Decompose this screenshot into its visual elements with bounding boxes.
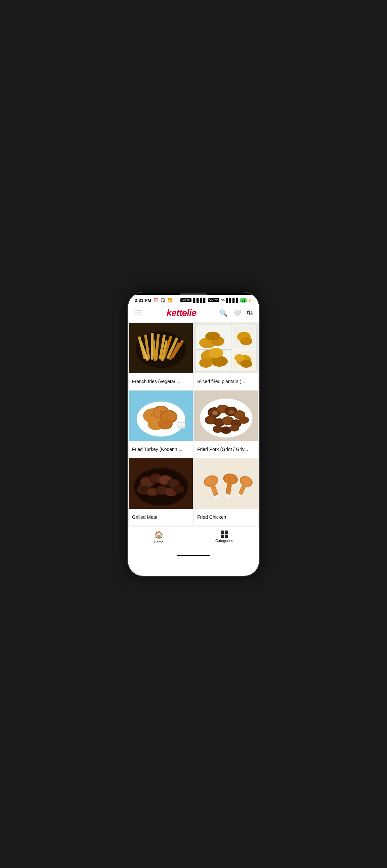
svg-point-45	[151, 414, 152, 416]
status-bar: 2:31 PM ⏰ 🎧 📶 VoLTE ▋▋▋▋ VoLTE 5G ▋▋▋▋ 5…	[128, 295, 259, 304]
svg-point-114	[212, 478, 213, 480]
categories-icon	[221, 530, 228, 538]
grid-cell-2	[225, 530, 228, 534]
french-fries-name: French fries (vegetari...	[132, 378, 190, 384]
volte-label: VoLTE	[180, 298, 191, 302]
5g-label: 5G	[221, 299, 225, 302]
svg-point-48	[162, 413, 163, 414]
product-card-pork[interactable]: Fried Pork (Griot / Griy...	[194, 391, 258, 458]
svg-point-115	[215, 480, 216, 482]
grid-cell-3	[221, 534, 224, 538]
svg-point-46	[154, 413, 155, 414]
svg-point-42	[158, 419, 173, 430]
battery-indicator: 52	[240, 298, 246, 303]
product-card-turkey[interactable]: Fried Turkey (Kodenn ...	[129, 391, 193, 458]
svg-point-117	[229, 477, 230, 479]
home-label: Home	[154, 540, 163, 544]
grid-cell-1	[221, 530, 224, 534]
app-header: kettelie 🔍 🤍 🛍	[128, 304, 259, 322]
grid-cell-4	[225, 534, 228, 538]
fried-plantain-image	[194, 323, 258, 373]
french-fries-info: French fries (vegetari...	[129, 374, 193, 390]
app-logo: kettelie	[167, 308, 197, 318]
svg-point-116	[211, 481, 212, 482]
svg-point-28	[240, 337, 252, 345]
menu-line-2	[135, 313, 142, 313]
chicken-legs-info: Fried Chicken	[194, 510, 258, 526]
fried-pork-name: Fried Pork (Griot / Griy...	[197, 446, 255, 452]
fried-turkey-image	[129, 391, 193, 441]
phone-frame: 2:31 PM ⏰ 🎧 📶 VoLTE ▋▋▋▋ VoLTE 5G ▋▋▋▋ 5…	[128, 292, 259, 576]
status-icons-right: VoLTE ▋▋▋▋ VoLTE 5G ▋▋▋▋ 52 ⚡	[180, 298, 252, 303]
nav-categories[interactable]: Categories	[209, 529, 240, 545]
meat-name: Grilled Meat	[132, 514, 190, 520]
search-icon[interactable]: 🔍	[219, 309, 228, 317]
menu-button[interactable]	[133, 309, 144, 317]
fried-pork-image	[194, 391, 258, 441]
wishlist-icon[interactable]: 🤍	[233, 309, 242, 317]
meat-image	[129, 458, 193, 509]
menu-line-3	[135, 315, 142, 315]
svg-point-72	[212, 411, 218, 415]
svg-point-71	[230, 425, 239, 432]
svg-point-32	[235, 354, 244, 362]
bottom-nav: 🏠 Home Categories	[128, 526, 259, 552]
menu-line-1	[135, 311, 142, 311]
svg-rect-44	[178, 423, 185, 426]
product-grid: French fries (vegetari...	[128, 322, 259, 527]
battery-bolt: ⚡	[247, 298, 252, 303]
product-card-plantain[interactable]: Sliced fried plantain (...	[194, 323, 258, 390]
svg-point-22	[209, 348, 224, 358]
svg-point-68	[239, 416, 249, 424]
home-icon: 🏠	[154, 530, 163, 539]
header-actions: 🔍 🤍 🛍	[219, 309, 254, 317]
svg-point-118	[232, 479, 233, 480]
cart-icon[interactable]: 🛍	[247, 309, 254, 317]
svg-point-73	[229, 410, 234, 414]
svg-point-21	[199, 358, 213, 368]
svg-point-47	[160, 411, 161, 412]
phone-screen: 2:31 PM ⏰ 🎧 📶 VoLTE ▋▋▋▋ VoLTE 5G ▋▋▋▋ 5…	[128, 292, 259, 576]
signal-bars-2: ▋▋▋▋	[226, 298, 239, 303]
fried-plantain-name: Sliced fried plantain (...	[197, 378, 255, 384]
fried-turkey-info: Fried Turkey (Kodenn ...	[129, 442, 193, 458]
home-indicator	[177, 555, 210, 556]
svg-point-25	[205, 332, 220, 340]
nav-home[interactable]: 🏠 Home	[147, 529, 170, 545]
svg-point-49	[167, 415, 169, 417]
fried-turkey-name: Fried Turkey (Kodenn ...	[132, 446, 190, 452]
fried-pork-info: Fried Pork (Griot / Griy...	[194, 442, 258, 458]
categories-label: Categories	[215, 538, 233, 542]
svg-point-70	[221, 427, 232, 434]
alarm-icon: ⏰	[153, 298, 158, 303]
home-indicator-container	[128, 552, 259, 559]
fried-plantain-info: Sliced fried plantain (...	[194, 374, 258, 390]
signal-bars-1: ▋▋▋▋	[193, 298, 207, 303]
meat-info: Grilled Meat	[129, 510, 193, 526]
status-time: 2:31 PM	[135, 298, 151, 303]
product-card[interactable]: French fries (vegetari...	[129, 323, 193, 390]
svg-point-92	[173, 485, 184, 493]
product-card-chicken[interactable]: Fried Chicken	[194, 458, 258, 526]
chicken-legs-image	[194, 458, 258, 509]
headphone-icon: 🎧	[160, 298, 165, 303]
product-card-meat[interactable]: Grilled Meat	[129, 458, 193, 526]
volte-label-2: VoLTE	[208, 298, 219, 302]
notch-bar	[128, 292, 259, 295]
french-fries-image	[129, 323, 193, 373]
wifi-icon: 📶	[167, 298, 172, 303]
chicken-legs-name: Fried Chicken	[197, 514, 255, 520]
